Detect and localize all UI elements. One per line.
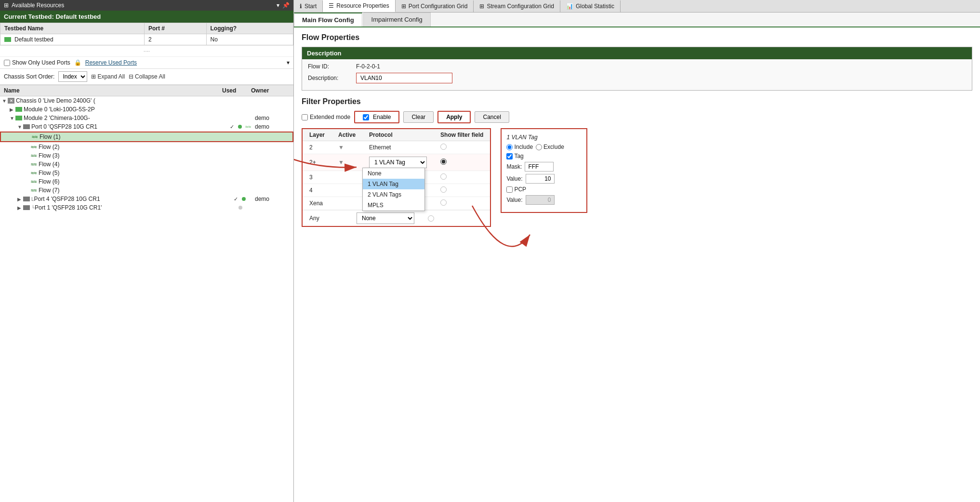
tree-col-used: Used <box>222 87 251 94</box>
pcp-value-input[interactable] <box>526 195 555 205</box>
tree-item-flow5[interactable]: ≈≈ Flow (5) <box>0 169 293 177</box>
left-panel-title: Available Resources <box>12 2 64 9</box>
current-testbed-bar: Current Testbed: Default testbed <box>0 11 293 23</box>
active-2-cell: ▼ <box>331 141 362 154</box>
description-input[interactable] <box>356 73 452 83</box>
tree-item-flow7[interactable]: ≈≈ Flow (7) <box>0 186 293 195</box>
dropdown-item-1vlan[interactable]: 1 VLAN Tag <box>363 179 424 189</box>
extended-mode-label[interactable]: Extended mode <box>302 114 350 120</box>
tab-global-stats[interactable]: 📊 Global Statistic <box>560 0 621 12</box>
tree-item-flow6[interactable]: ≈≈ Flow (6) <box>0 177 293 186</box>
enable-button[interactable]: Enable <box>354 111 399 123</box>
tree-item-flow4[interactable]: ≈≈ Flow (4) <box>0 160 293 169</box>
flow5-icon: ≈≈ <box>31 170 37 176</box>
any-show-filter-radio[interactable] <box>428 215 434 222</box>
tree-item-flow1[interactable]: ≈≈ Flow (1) <box>0 132 293 142</box>
tab-resource-props[interactable]: ☰ Resource Properties <box>323 0 395 12</box>
filter-dropdown-btn[interactable]: ▾ <box>287 59 290 66</box>
desc-row: Description: <box>308 73 966 83</box>
show-only-used-ports-checkbox[interactable] <box>4 60 10 66</box>
tree-item-flow2[interactable]: ≈≈ Flow (2) <box>0 143 293 151</box>
show-filter-2plus-radio[interactable] <box>440 159 447 165</box>
show-filter-xena-radio[interactable] <box>440 199 447 206</box>
mask-input[interactable] <box>525 162 554 172</box>
module0-icon <box>15 107 22 112</box>
description-box: Description Flow ID: F-0-2-0-1 Descripti… <box>302 47 972 91</box>
include-radio[interactable] <box>506 144 513 150</box>
sub-tab-impairment[interactable]: Impairment Config <box>363 13 431 26</box>
module0-name: Module 0 'Loki-100G-5S-2P <box>24 106 226 113</box>
tree-item-flow3[interactable]: ≈≈ Flow (3) <box>0 151 293 160</box>
any-protocol-select[interactable]: None <box>357 212 414 224</box>
port4-owner: demo <box>255 196 293 202</box>
testbed-name-cell: Default testbed <box>0 34 145 45</box>
apply-button[interactable]: Apply <box>437 111 471 123</box>
show-filter-4-radio[interactable] <box>440 186 447 193</box>
flow7-icon: ≈≈ <box>31 187 37 193</box>
dropdown-item-mpls[interactable]: MPLS <box>363 200 424 211</box>
mask-label: Mask: <box>506 163 522 170</box>
pin-btn[interactable]: 📌 <box>282 2 290 9</box>
enable-checkbox[interactable] <box>363 114 369 120</box>
left-panel: ⊞ Available Resources ▾ 📌 Current Testbe… <box>0 0 294 502</box>
port4-icon <box>23 197 30 201</box>
module2-name: Module 2 'Chimera-100G- <box>24 115 226 121</box>
dropdown-item-none[interactable]: None <box>363 168 424 179</box>
clear-button[interactable]: Clear <box>403 111 434 123</box>
tree-item-module2[interactable]: ▼ Module 2 'Chimera-100G- demo <box>0 114 293 122</box>
port4-dot <box>242 197 246 201</box>
show-only-used-ports-text: Show Only Used Ports <box>12 59 70 66</box>
tree-item-chassis[interactable]: ▼ ✕ Chassis 0 'Live Demo 2400G' ( <box>0 96 293 105</box>
testbed-port-cell: 2 <box>145 34 206 45</box>
port1-L: └ <box>31 205 35 211</box>
testbed-table: Testbed Name Port # Logging? Default tes… <box>0 23 293 45</box>
show-only-used-ports-label[interactable]: Show Only Used Ports <box>4 59 70 66</box>
active-xena-cell <box>331 197 362 210</box>
protocol-2plus-select[interactable]: 1 VLAN Tag None 2 VLAN Tags MPLS <box>369 157 427 168</box>
tree-item-module0[interactable]: ▶ Module 0 'Loki-100G-5S-2P <box>0 105 293 114</box>
expand-all-btn[interactable]: ⊞ Expand All <box>91 73 125 80</box>
tag-checkbox[interactable] <box>506 153 513 159</box>
pcp-checkbox-label[interactable]: PCP <box>506 186 526 193</box>
protocol-2-cell: Ethernet <box>362 141 434 154</box>
exclude-radio[interactable] <box>536 144 542 150</box>
tag-checkbox-label[interactable]: Tag <box>506 153 523 159</box>
tag-row: Tag <box>506 153 582 159</box>
port-config-label: Port Configuration Grid <box>409 3 468 10</box>
reserve-used-ports-link[interactable]: Reserve Used Ports <box>85 59 137 66</box>
expand-collapse-row: ⊞ Expand All ⊟ Collapse All <box>91 73 165 80</box>
include-label[interactable]: Include <box>506 144 533 150</box>
chassis-arrow: ▼ <box>2 98 8 104</box>
pcp-text: PCP <box>514 186 526 193</box>
global-stats-icon: 📊 <box>566 3 573 10</box>
collapse-all-btn[interactable]: ⊟ Collapse All <box>129 73 165 80</box>
value-input[interactable] <box>526 174 555 184</box>
tree-item-port1[interactable]: ▶ └ Port 1 'QSFP28 10G CR1' <box>0 203 293 212</box>
sub-tab-main-flow[interactable]: Main Flow Config <box>294 13 362 26</box>
chassis-sort-select[interactable]: Index <box>58 71 87 82</box>
stream-config-label: Stream Configuration Grid <box>487 3 554 10</box>
tab-stream-config[interactable]: ⊞ Stream Configuration Grid <box>474 0 560 12</box>
expand-icon: ⊞ <box>91 73 96 80</box>
cancel-button[interactable]: Cancel <box>475 111 509 123</box>
stream-config-icon: ⊞ <box>479 3 484 10</box>
tab-port-config[interactable]: ⊞ Port Configuration Grid <box>396 0 474 12</box>
show-filter-3-radio[interactable] <box>440 173 447 180</box>
extended-mode-checkbox[interactable] <box>302 114 308 120</box>
protocol-dropdown[interactable]: None 1 VLAN Tag 2 VLAN Tags MPLS <box>362 168 425 211</box>
pcp-checkbox[interactable] <box>506 186 513 193</box>
col-active: Active <box>331 129 362 141</box>
minimize-btn[interactable]: ▾ <box>277 2 279 9</box>
include-text: Include <box>514 144 533 150</box>
show-filter-2-radio[interactable] <box>440 144 447 150</box>
dropdown-item-2vlan[interactable]: 2 VLAN Tags <box>363 189 424 200</box>
tab-start[interactable]: ℹ Start <box>294 0 323 12</box>
tree-item-port0[interactable]: ▼ Port 0 'QSFP28 10G CR1 ✓ ≈≈ demo <box>0 122 293 131</box>
sub-tabs-bar: Main Flow Config Impairment Config <box>294 13 980 27</box>
port1-dot <box>238 206 242 210</box>
testbed-row[interactable]: Default testbed 2 No <box>0 34 293 45</box>
start-icon: ℹ <box>300 3 302 10</box>
tree-item-port4[interactable]: ▶ L Port 4 'QSFP28 10G CR1 ✓ demo <box>0 195 293 203</box>
protocol-2plus-cell: 1 VLAN Tag None 2 VLAN Tags MPLS None 1 … <box>362 154 434 171</box>
exclude-label[interactable]: Exclude <box>536 144 564 150</box>
